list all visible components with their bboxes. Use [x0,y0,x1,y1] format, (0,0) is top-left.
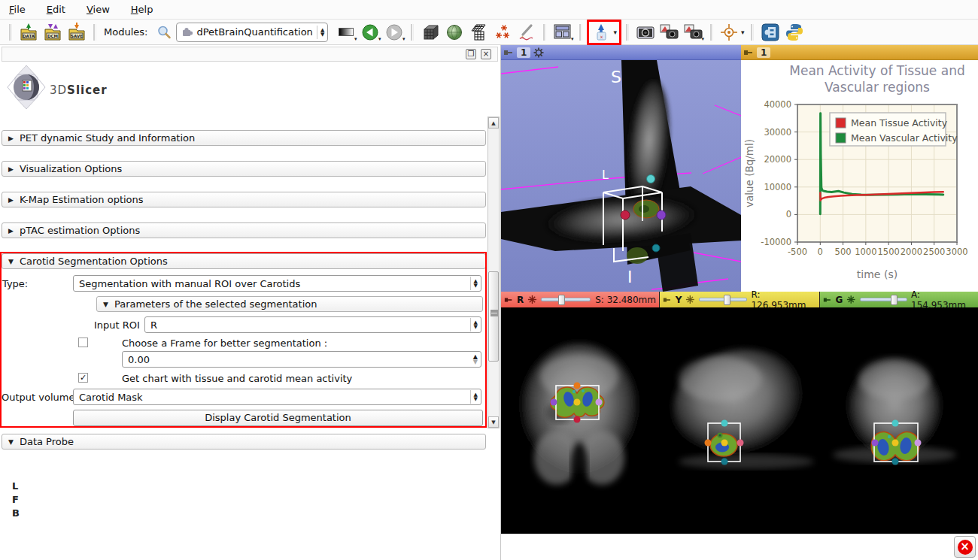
section-label: Parameters of the selected segmentation [114,298,317,310]
green-sphere-icon [445,23,464,42]
python-console-button[interactable] [784,22,805,43]
dropdown-caret-icon: ▾ [701,37,704,42]
section-visualization-options[interactable]: ▶ Visualization Options [2,161,486,177]
slice-offset-slider[interactable] [699,298,747,301]
crosshair-button[interactable]: ▾ [719,22,745,43]
volume-rendering-button[interactable] [420,22,441,43]
chart-checkbox[interactable]: ✓ [78,373,88,383]
combo-updown-icon[interactable]: ▲▼ [470,277,478,290]
module-search-button[interactable] [153,22,175,43]
combo-updown-icon[interactable]: ▲▼ [470,390,478,404]
annotation-pencil-button[interactable] [516,22,537,43]
menu-edit[interactable]: Edit [47,4,65,15]
toolbar-grip[interactable] [710,24,713,41]
toolbar-grip[interactable] [93,24,96,41]
section-pet-dynamic-study[interactable]: ▶ PET dynamic Study and Information [2,130,486,146]
pin-icon[interactable] [743,47,754,58]
frame-spinbox[interactable]: 0.00 ▲▼ [122,351,481,368]
pin-icon[interactable] [503,47,514,58]
error-log-button[interactable]: × [954,536,976,558]
green-slice-controller[interactable]: G A: 154.953mm [820,292,978,307]
section-carotid-segmentation[interactable]: ▼ Carotid Segmentation Options [2,253,486,269]
save-button[interactable]: SAVE [66,22,87,43]
slicer-app: File Edit View Help DATA DCM [0,0,978,560]
toolbar-grip[interactable] [626,24,629,41]
scene-view-button[interactable] [659,22,680,43]
slice-offset-slider[interactable] [860,298,907,301]
gear-icon[interactable] [533,47,544,58]
menu-file[interactable]: File [9,4,26,15]
extensions-manager-button[interactable] [760,22,781,43]
spinbox-updown-icon[interactable]: ▲▼ [473,354,478,365]
svg-text:30000: 30000 [764,127,791,138]
roi-handle [574,416,581,423]
menu-help[interactable]: Help [131,4,153,15]
save-scene-screenshot-button[interactable]: x ▾ [591,22,617,43]
undo-button[interactable]: ▾ [360,22,381,43]
toolbar-grip[interactable] [543,24,546,41]
yellow-slice-viewport[interactable] [660,307,820,534]
fiducial-toggle-icon[interactable] [527,295,537,304]
section-ptac-estimation[interactable]: ▶ pTAC estimation Options [2,222,486,238]
toolbar-grip[interactable] [751,24,754,41]
chart-viewport[interactable]: -500050010001500200025003000-10000010000… [741,60,978,292]
section-kmap-estimation[interactable]: ▶ K-Map Estimation options [2,192,486,207]
roi-handle [596,399,603,406]
view3d-header[interactable]: 1 [501,45,741,60]
output-volume-combobox[interactable]: Carotid Mask ▲▼ [73,389,481,405]
section-data-probe[interactable]: ▼ Data Probe [2,434,486,450]
green-slice-viewport[interactable] [820,307,978,534]
scroll-up-icon[interactable]: ▲ [488,117,499,129]
expanded-triangle-icon: ▼ [103,301,108,308]
fiducials-button[interactable] [492,22,513,43]
view3d-viewport[interactable]: S L I [501,60,741,292]
slice-views-button[interactable] [468,22,489,43]
view3d-id: 1 [517,47,530,58]
float-panel-icon[interactable]: ❐ [466,49,476,59]
display-carotid-segmentation-button[interactable]: Display Carotid Segmentation [73,410,483,426]
svg-text:0: 0 [786,209,791,219]
scrollbar-thumb[interactable] [488,271,499,362]
close-panel-icon[interactable]: × [481,49,491,59]
restore-scene-view-button[interactable]: ▾ [683,22,704,43]
toolbar-grip[interactable] [411,24,414,41]
toolbar-grip[interactable] [579,24,582,41]
toolbar-grip[interactable] [9,24,12,41]
load-data-button[interactable]: DATA [18,22,39,43]
combo-updown-icon[interactable]: ▲▼ [317,26,324,39]
window-level-button[interactable]: ▾ [336,22,357,43]
frame-checkbox[interactable] [78,338,88,347]
section-parameters[interactable]: ▼ Parameters of the selected segmentatio… [96,296,483,312]
screenshot-button[interactable] [635,22,656,43]
red-slice-controller[interactable]: R S: 32.480mm [501,292,660,307]
panel-scrollbar[interactable]: ▲ ▼ [487,117,500,428]
pin-icon[interactable] [504,295,513,304]
roi-handle [721,440,728,446]
fiducial-toggle-icon[interactable] [846,295,855,304]
svg-text:-10000: -10000 [761,237,791,247]
module-selector-combobox[interactable]: dPetBrainQuantification ▲▼ [176,23,328,42]
probe-label-f: F [12,493,20,507]
scroll-down-icon[interactable]: ▼ [488,416,499,428]
chart-header[interactable]: 1 [741,45,978,60]
yellow-slice-controller[interactable]: Y R: 126.953mm [660,292,820,307]
input-roi-combobox[interactable]: R ▲▼ [144,316,481,333]
roi-handle [892,440,899,446]
pin-icon[interactable] [823,295,831,304]
fiducial-toggle-icon[interactable] [685,295,695,304]
combo-updown-icon[interactable]: ▲▼ [470,318,478,331]
segmentation-type-combobox[interactable]: Segmentation with manual ROI over Caroti… [73,275,481,292]
models-button[interactable] [444,22,465,43]
redo-button[interactable]: ▾ [384,22,405,43]
blue-up-arrow-box-icon: x [591,23,611,42]
layout-selector-button[interactable]: ▾ [552,22,573,43]
svg-text:3000: 3000 [946,247,967,257]
slice-offset-slider[interactable] [541,298,591,301]
menu-view[interactable]: View [87,4,110,15]
slicer-logo-icon [5,64,48,110]
dropdown-caret-icon: ▾ [613,29,617,36]
input-roi-label: Input ROI [94,319,140,331]
pin-icon[interactable] [663,295,672,304]
dicom-button[interactable]: DCM [42,22,63,43]
red-slice-viewport[interactable] [501,307,660,534]
